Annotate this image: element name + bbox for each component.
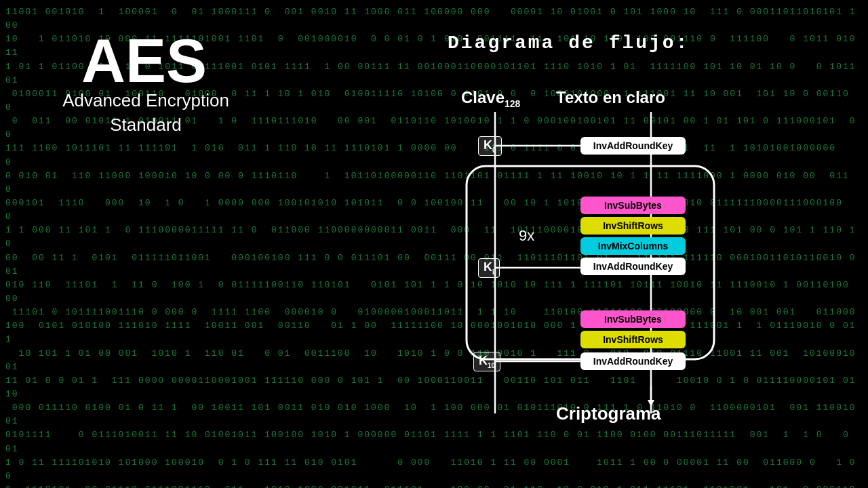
main-content: AES Advanced Encryption Standard Diagram… bbox=[0, 0, 868, 488]
ki-label: Ki bbox=[478, 258, 500, 278]
inv-shift-rows-loop: InvShiftRows bbox=[580, 217, 686, 235]
nine-x-label: 9x bbox=[519, 227, 534, 245]
inv-add-round-key-loop: InvAddRoundKey bbox=[580, 258, 686, 275]
inv-shift-rows-final: InvShiftRows bbox=[580, 331, 686, 348]
flow-diagram: Clave128 Texto en claro bbox=[427, 68, 753, 420]
k0-label: K0 bbox=[478, 136, 502, 156]
inv-sub-bytes-final: InvSubBytes bbox=[580, 310, 686, 328]
inv-sub-bytes-loop: InvSubBytes bbox=[580, 197, 686, 214]
aes-subtitle: Advanced Encryption Standard bbox=[34, 88, 258, 138]
aes-title: AES bbox=[81, 30, 207, 92]
inv-add-round-key-final: InvAddRoundKey bbox=[580, 352, 686, 370]
diagram-title: Diagrama de flujo: bbox=[448, 33, 689, 54]
criptograma-label: Criptograma bbox=[556, 403, 661, 424]
inv-mix-columns-loop: InvMixColumns bbox=[580, 237, 686, 255]
initial-add-round-key: InvAddRoundKey bbox=[580, 137, 686, 155]
k10-label: K10 bbox=[473, 352, 500, 371]
